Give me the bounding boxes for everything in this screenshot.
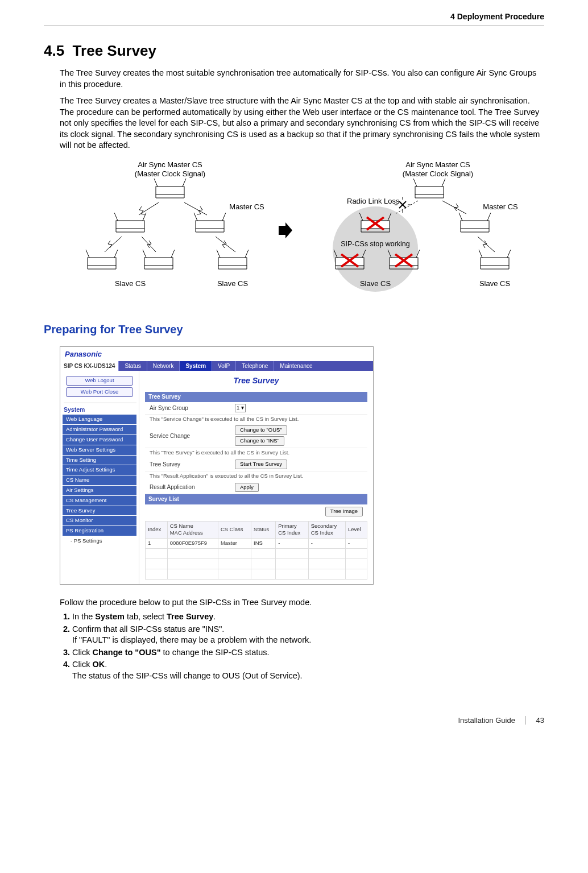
diag-label: (Master Clock Signal) xyxy=(403,169,473,178)
section-para1: The Tree Survey creates the most suitabl… xyxy=(60,68,544,90)
change-to-ins-button[interactable]: Change to "INS" xyxy=(235,436,284,446)
sidebar-item[interactable]: Administrator Password xyxy=(63,425,136,435)
section-para2: The Tree Survey creates a Master/Slave t… xyxy=(60,96,544,151)
result-application-label: Result Application xyxy=(150,483,235,491)
top-tabs: SIP CS KX-UDS124 StatusNetworkSystemVoIP… xyxy=(60,361,373,371)
step-item: Click Change to "OUS" to change the SIP-… xyxy=(72,647,544,659)
diag-label: Air Sync Master CS xyxy=(405,160,470,169)
section-name: Tree Survey xyxy=(73,42,156,59)
svg-rect-34 xyxy=(461,221,489,229)
sidebar: Web Logout Web Port Close System Web Lan… xyxy=(60,371,139,584)
sidebar-item[interactable]: Air Settings xyxy=(63,486,136,495)
diag-label: (Master Clock Signal) xyxy=(135,169,205,178)
footer-guide: Installation Guide xyxy=(458,716,525,725)
procedure-steps: In the System tab, select Tree Survey.Co… xyxy=(60,611,544,681)
apply-button[interactable]: Apply xyxy=(235,483,259,493)
svg-rect-0 xyxy=(156,187,184,195)
svg-line-48 xyxy=(479,250,482,258)
sidebar-item[interactable]: Web Server Settings xyxy=(63,445,136,455)
table-header: Index xyxy=(146,521,168,539)
svg-line-49 xyxy=(507,250,511,258)
svg-rect-12 xyxy=(144,258,173,266)
change-to-ous-button[interactable]: Change to "OUS" xyxy=(235,425,287,435)
air-sync-group-select[interactable]: 1 ▾ xyxy=(235,404,246,412)
web-logout-button[interactable]: Web Logout xyxy=(66,376,133,386)
section-title: 4.5 Tree Survey xyxy=(44,41,544,61)
diag-label: Slave CS xyxy=(115,279,146,288)
web-port-close-button[interactable]: Web Port Close xyxy=(66,387,133,397)
tab-voip[interactable]: VoIP xyxy=(212,361,235,371)
header-chapter: 4 Deployment Procedure xyxy=(44,11,544,26)
note-tree-survey: This "Tree Survey" is executed to all th… xyxy=(145,448,367,458)
svg-line-2 xyxy=(183,179,186,187)
sidebar-sub-item[interactable]: - PS Settings xyxy=(63,536,136,546)
table-header: CS Class xyxy=(218,521,251,539)
svg-line-13 xyxy=(143,250,146,258)
svg-line-7 xyxy=(194,213,197,221)
table-header: Level xyxy=(345,521,367,539)
svg-rect-6 xyxy=(196,221,224,229)
diag-label: Radio Link Loss xyxy=(347,197,400,205)
sidebar-item[interactable]: Web Language xyxy=(63,415,136,424)
table-header: CS NameMAC Address xyxy=(167,521,218,539)
diagram-right: Air Sync Master CS (Master Clock Signal)… xyxy=(296,158,523,306)
table-header: PrimaryCS Index xyxy=(276,521,309,539)
tab-status[interactable]: Status xyxy=(118,361,146,371)
sidebar-item[interactable]: Change User Password xyxy=(63,435,136,445)
page-title: Tree Survey xyxy=(145,375,367,386)
note-result-app: This "Result Application" is executed to… xyxy=(145,471,367,481)
svg-line-17 xyxy=(245,250,249,258)
sidebar-item[interactable]: Time Setting xyxy=(63,456,136,465)
tree-diagram: Air Sync Master CS (Master Clock Signal)… xyxy=(44,158,544,306)
start-tree-survey-button[interactable]: Start Tree Survey xyxy=(235,460,287,469)
brand-logo: Panasonic xyxy=(60,347,373,362)
sidebar-item[interactable]: CS Management xyxy=(63,496,136,506)
survey-list-table: IndexCS NameMAC AddressCS ClassStatusPri… xyxy=(145,521,367,580)
table-row: 10080F0E975F9MasterINS--- xyxy=(146,539,367,549)
tab-system[interactable]: System xyxy=(179,361,212,371)
diag-label: Master CS xyxy=(229,202,264,211)
svg-line-16 xyxy=(217,250,220,258)
svg-line-1 xyxy=(154,179,158,187)
diag-label: Master CS xyxy=(483,202,518,211)
tab-maintenance[interactable]: Maintenance xyxy=(274,361,318,371)
sidebar-item[interactable]: PS Registration xyxy=(63,526,136,536)
survey-list-section-bar: Survey List xyxy=(145,494,367,504)
tree-image-button[interactable]: Tree Image xyxy=(325,507,363,516)
svg-rect-15 xyxy=(218,258,247,266)
step-item: Confirm that all SIP-CSs status are "INS… xyxy=(72,624,544,646)
svg-line-11 xyxy=(114,250,118,258)
svg-line-14 xyxy=(171,250,175,258)
service-change-label: Service Change xyxy=(150,432,235,440)
step-item: In the System tab, select Tree Survey. xyxy=(72,611,544,623)
diag-label: Slave CS xyxy=(479,279,511,288)
section-number: 4.5 xyxy=(44,42,64,59)
procedure-intro: Follow the procedure below to put the SI… xyxy=(60,597,544,609)
sidebar-item[interactable]: Time Adjust Settings xyxy=(63,465,136,475)
sidebar-item[interactable]: CS Name xyxy=(63,475,136,485)
sidebar-item[interactable]: CS Monitor xyxy=(63,516,136,526)
svg-line-10 xyxy=(86,250,89,258)
table-header: Status xyxy=(251,521,276,539)
sidebar-section: System xyxy=(64,403,136,413)
tree-survey-section-bar: Tree Survey xyxy=(145,392,367,402)
table-header: SecondaryCS Index xyxy=(308,521,345,539)
table-row xyxy=(146,549,367,559)
svg-rect-47 xyxy=(481,258,509,266)
subsection-title: Preparing for Tree Survey xyxy=(44,322,544,337)
arrow-right-icon xyxy=(278,222,293,242)
step-item: Click OK.The status of the SIP-CSs will … xyxy=(72,659,544,681)
svg-rect-20 xyxy=(415,187,444,195)
footer-page: 43 xyxy=(536,716,544,725)
table-row xyxy=(146,569,367,579)
diag-label: Slave CS xyxy=(217,279,249,288)
tab-network[interactable]: Network xyxy=(147,361,180,371)
diag-label: Air Sync Master CS xyxy=(138,160,202,169)
note-service-change: This "Service Change" is executed to all… xyxy=(145,415,367,424)
air-sync-group-label: Air Sync Group xyxy=(150,404,235,412)
page-footer: Installation Guide 43 xyxy=(44,715,544,726)
svg-line-4 xyxy=(114,213,118,221)
svg-line-8 xyxy=(222,213,226,221)
tab-telephone[interactable]: Telephone xyxy=(235,361,274,371)
sidebar-item[interactable]: Tree Survey xyxy=(63,506,136,516)
